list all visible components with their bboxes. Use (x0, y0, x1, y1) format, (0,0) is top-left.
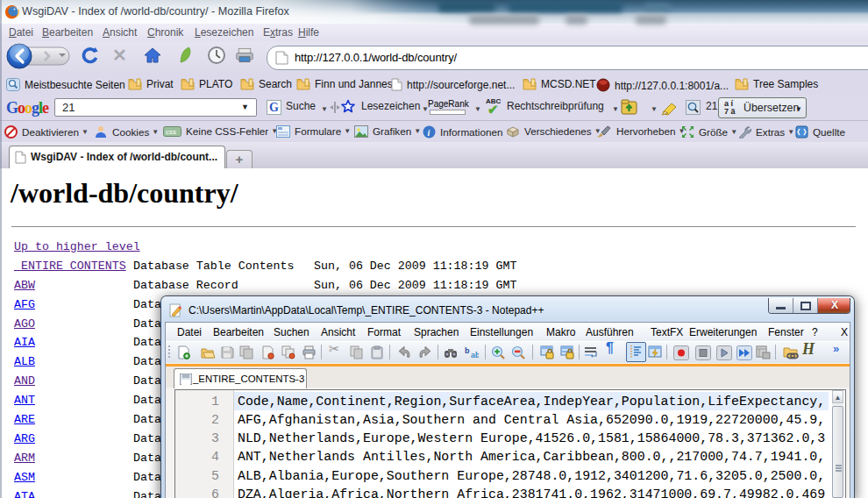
svg-text:b: b (465, 346, 470, 355)
svg-text:ab: ab (471, 351, 479, 359)
svg-text:i: i (428, 128, 430, 138)
svg-text:css: css (166, 128, 176, 136)
